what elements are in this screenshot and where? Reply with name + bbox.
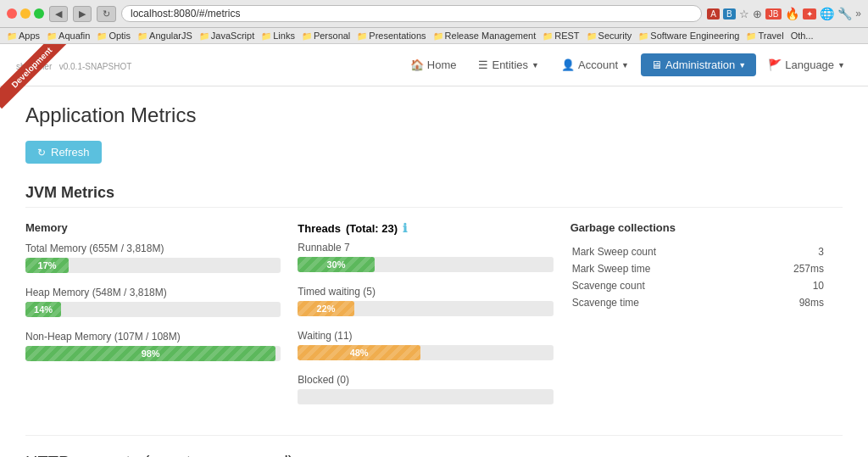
gc-label-1: Mark Sweep time	[572, 261, 722, 276]
heap-memory-label: Heap Memory (548M / 3,818M)	[25, 287, 281, 298]
folder-icon: 📁	[542, 31, 553, 41]
bookmark-personal[interactable]: 📁 Personal	[302, 31, 350, 41]
account-caret: ▼	[621, 61, 629, 70]
back-button[interactable]: ◀	[49, 6, 68, 22]
bookmark-travel[interactable]: 📁 Travel	[746, 31, 783, 41]
folder-icon: 📁	[261, 31, 271, 41]
page-title: Application Metrics	[25, 103, 843, 127]
nav-administration[interactable]: 🖥 Administration ▼	[641, 53, 756, 76]
folder-icon: 📁	[357, 31, 367, 41]
metrics-grid: Memory Total Memory (655M / 3,818M) 17% …	[25, 221, 843, 418]
memory-column: Memory Total Memory (655M / 3,818M) 17% …	[25, 221, 298, 418]
close-button[interactable]	[7, 8, 17, 19]
bookmark-javascript[interactable]: 📁 JavaScript	[199, 31, 254, 41]
ext-icon-fire: 🔥	[785, 7, 799, 20]
account-icon: 👤	[561, 59, 575, 71]
gc-label-3: Scavenge time	[572, 295, 722, 310]
bookmark-icon[interactable]: ⊕	[753, 8, 762, 20]
gc-row-0: Mark Sweep count 3	[572, 244, 824, 259]
gc-value-0: 3	[724, 244, 824, 259]
heap-memory-item: Heap Memory (548M / 3,818M) 14%	[25, 287, 281, 317]
nav-home[interactable]: 🏠 Home	[400, 53, 467, 76]
nav-account[interactable]: 👤 Account ▼	[551, 53, 639, 76]
refresh-icon: ↻	[37, 147, 46, 159]
gc-label-0: Mark Sweep count	[572, 244, 722, 259]
bookmark-rest[interactable]: 📁 REST	[542, 31, 579, 41]
bookmark-links[interactable]: 📁 Links	[261, 31, 295, 41]
http-section-title: HTTP requests (events per second)	[25, 453, 843, 457]
folder-icon: 📁	[302, 31, 312, 41]
threads-header: Threads (Total: 23) ℹ	[298, 221, 553, 235]
app-wrapper: Development shortener v0.0.1-SNAPSHOT 🏠 …	[0, 44, 868, 457]
info-icon[interactable]: ℹ	[403, 221, 407, 235]
folder-icon: 📁	[433, 31, 443, 41]
gc-row-3: Scavenge time 98ms	[572, 295, 824, 310]
ext-icon-2: B	[723, 8, 736, 20]
folder-icon: 📁	[746, 31, 756, 41]
waiting-progress-bar: 48%	[298, 345, 420, 360]
ext-icon-6: 🔧	[837, 7, 852, 20]
reload-button[interactable]: ↻	[97, 6, 116, 22]
minimize-button[interactable]	[20, 8, 31, 19]
runnable-item: Runnable 7 30%	[298, 242, 553, 272]
browser-buttons	[7, 8, 44, 19]
navbar-brand: shortener v0.0.1-SNAPSHOT	[13, 58, 131, 73]
nonheap-memory-label: Non-Heap Memory (107M / 108M)	[25, 331, 281, 343]
bookmark-optis[interactable]: 📁 Optis	[97, 31, 131, 41]
total-memory-label: Total Memory (655M / 3,818M)	[25, 242, 281, 254]
gc-label-2: Scavenge count	[572, 278, 722, 293]
ext-icon-4: ✦	[803, 8, 816, 20]
bookmark-release-mgmt[interactable]: 📁 Release Management	[433, 31, 537, 41]
star-icon[interactable]: ☆	[739, 8, 749, 20]
forward-button[interactable]: ▶	[73, 6, 92, 22]
address-bar[interactable]: localhost:8080/#/metrics	[121, 5, 702, 22]
bookmark-other[interactable]: Oth...	[791, 31, 814, 41]
home-icon: 🏠	[410, 59, 424, 71]
bookmark-security[interactable]: 📁 Security	[587, 31, 632, 41]
folder-icon: 📁	[587, 31, 597, 41]
heap-memory-progress-wrap: 14%	[25, 302, 281, 317]
timed-waiting-item: Timed waiting (5) 22%	[298, 286, 553, 316]
folder-icon: 📁	[7, 31, 17, 41]
bookmark-angularjs[interactable]: 📁 AngularJS	[137, 31, 192, 41]
waiting-item: Waiting (11) 48%	[298, 330, 553, 360]
total-memory-progress-bar: 17%	[25, 258, 69, 273]
browser-toolbar: ◀ ▶ ↻ localhost:8080/#/metrics A B ☆ ⊕ J…	[0, 0, 868, 28]
bookmark-presentations[interactable]: 📁 Presentations	[357, 31, 426, 41]
blocked-item: Blocked (0)	[298, 374, 553, 404]
folder-icon: 📁	[137, 31, 147, 41]
nav-language[interactable]: 🚩 Language ▼	[758, 53, 855, 76]
navbar: shortener v0.0.1-SNAPSHOT 🏠 Home ☰ Entit…	[0, 44, 868, 86]
total-memory-item: Total Memory (655M / 3,818M) 17%	[25, 242, 281, 273]
gc-title: Garbage collections	[570, 221, 826, 234]
folder-icon: 📁	[199, 31, 209, 41]
nonheap-memory-item: Non-Heap Memory (107M / 108M) 98%	[25, 331, 281, 361]
timed-waiting-label: Timed waiting (5)	[298, 286, 553, 298]
language-caret: ▼	[837, 61, 845, 70]
maximize-button[interactable]	[34, 8, 44, 19]
gc-row-2: Scavenge count 10	[572, 278, 824, 293]
ext-icon-3: JB	[765, 8, 782, 20]
memory-title: Memory	[25, 221, 281, 234]
folder-icon: 📁	[97, 31, 107, 41]
more-button[interactable]: »	[855, 8, 861, 20]
timed-waiting-progress-wrap: 22%	[298, 301, 553, 316]
runnable-progress-bar: 30%	[298, 257, 374, 272]
language-icon: 🚩	[768, 59, 782, 71]
refresh-button[interactable]: ↻ Refresh	[25, 141, 102, 164]
runnable-progress-wrap: 30%	[298, 257, 553, 272]
nav-entities[interactable]: ☰ Entities ▼	[468, 53, 549, 76]
admin-icon: 🖥	[651, 59, 662, 71]
threads-column: Threads (Total: 23) ℹ Runnable 7 30% Tim…	[298, 221, 570, 418]
bookmark-software-eng[interactable]: 📁 Software Engineering	[638, 31, 739, 41]
section-divider	[25, 435, 843, 436]
gc-value-1: 257ms	[724, 261, 824, 276]
ext-icon-5: 🌐	[820, 7, 834, 20]
bookmark-aquafin[interactable]: 📁 Aquafin	[47, 31, 90, 41]
admin-caret: ▼	[738, 61, 746, 70]
threads-total: (Total: 23)	[346, 222, 398, 235]
gc-table: Mark Sweep count 3 Mark Sweep time 257ms…	[570, 242, 826, 312]
waiting-label: Waiting (11)	[298, 330, 553, 342]
bookmark-apps[interactable]: 📁 Apps	[7, 31, 40, 41]
nonheap-memory-progress-wrap: 98%	[25, 346, 281, 361]
